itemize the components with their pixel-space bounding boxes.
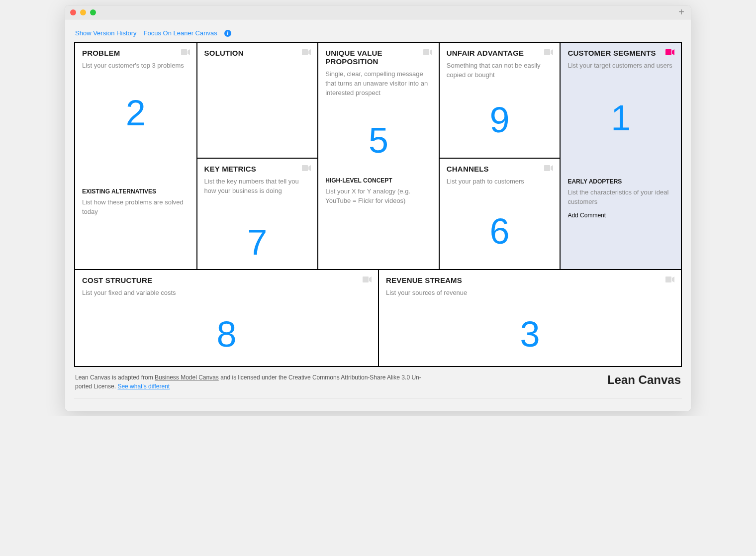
minimize-window-button[interactable] (80, 9, 86, 15)
titlebar: + (65, 5, 691, 19)
traffic-lights (70, 9, 96, 15)
show-version-history-link[interactable]: Show Version History (75, 29, 137, 37)
footer-text-1: Lean Canvas is adapted from (75, 374, 155, 381)
block-uvp[interactable]: UNIQUE VALUE PROPOSITION Single, clear, … (318, 43, 439, 269)
maximize-window-button[interactable] (90, 9, 96, 15)
sub-hint: List how these problems are solved today (82, 198, 189, 217)
block-channels[interactable]: CHANNELS List your path to customers 6 (440, 158, 560, 269)
business-model-canvas-link[interactable]: Business Model Canvas (155, 374, 219, 381)
block-hint: List your target customers and users (567, 61, 674, 71)
svg-rect-2 (302, 165, 308, 171)
col-cost: COST STRUCTURE List your fixed and varia… (75, 270, 378, 366)
block-title: CHANNELS (447, 165, 553, 173)
block-number: 5 (318, 122, 439, 158)
footer-divider (74, 398, 682, 398)
block-number: 9 (440, 102, 560, 138)
col-revenue: REVENUE STREAMS List your sources of rev… (378, 270, 681, 366)
block-hint: List the key numbers that tell you how y… (204, 177, 311, 196)
svg-rect-8 (665, 277, 671, 282)
block-title: PROBLEM (82, 49, 189, 57)
block-unfair-advantage[interactable]: UNFAIR ADVANTAGE Something that can not … (440, 43, 560, 158)
block-customer-segments[interactable]: CUSTOMER SEGMENTS List your target custo… (561, 43, 681, 269)
add-comment-link[interactable]: Add Comment (567, 212, 674, 219)
video-icon[interactable] (665, 49, 674, 55)
video-icon (302, 49, 311, 55)
block-revenue-streams[interactable]: REVENUE STREAMS List your sources of rev… (379, 270, 681, 366)
block-title: REVENUE STREAMS (386, 276, 674, 284)
block-hint: List your fixed and variable costs (82, 288, 371, 298)
app-window: + Show Version History Focus On Leaner C… (65, 5, 691, 411)
video-icon (423, 49, 432, 55)
svg-rect-6 (665, 49, 671, 55)
content-area: Show Version History Focus On Leaner Can… (65, 19, 691, 411)
col-unfair-channels: UNFAIR ADVANTAGE Something that can not … (439, 43, 560, 269)
block-number: 7 (197, 224, 318, 260)
col-solution-metrics: SOLUTION KEY METRICS List the key number… (196, 43, 318, 269)
video-icon (363, 277, 372, 282)
svg-rect-4 (544, 49, 550, 55)
toolbar: Show Version History Focus On Leaner Can… (74, 28, 682, 42)
block-number: 3 (379, 316, 681, 352)
sub-high-level-concept: HIGH-LEVEL CONCEPT List your X for Y ana… (325, 172, 432, 206)
block-hint: List your customer's top 3 problems (82, 61, 189, 71)
block-hint: Something that can not be easily copied … (447, 61, 553, 80)
video-icon (181, 49, 190, 55)
sub-hint: List your X for Y analogy (e.g. YouTube … (325, 187, 432, 206)
block-number: 1 (561, 100, 681, 136)
block-title: UNIQUE VALUE PROPOSITION (325, 49, 432, 66)
video-icon (665, 277, 674, 282)
block-hint: List your sources of revenue (386, 288, 674, 298)
block-title: KEY METRICS (204, 165, 311, 173)
footer-attribution: Lean Canvas is adapted from Business Mod… (75, 373, 423, 391)
block-problem[interactable]: PROBLEM List your customer's top 3 probl… (75, 43, 196, 269)
col-customer-segments: CUSTOMER SEGMENTS List your target custo… (560, 43, 681, 269)
video-icon (302, 165, 311, 171)
close-window-button[interactable] (70, 9, 76, 15)
block-title: COST STRUCTURE (82, 276, 371, 284)
info-icon[interactable]: i (224, 30, 231, 37)
col-uvp: UNIQUE VALUE PROPOSITION Single, clear, … (317, 43, 439, 269)
canvas-row-bottom: COST STRUCTURE List your fixed and varia… (75, 269, 681, 366)
video-icon (544, 165, 553, 171)
svg-rect-3 (423, 49, 429, 55)
svg-rect-0 (181, 49, 187, 55)
block-solution[interactable]: SOLUTION (197, 43, 318, 158)
sub-title: EXISTING ALTERNATIVES (82, 188, 189, 195)
add-tab-button[interactable]: + (677, 8, 686, 17)
block-number: 2 (75, 95, 196, 131)
focus-leaner-canvas-link[interactable]: Focus On Leaner Canvas (144, 29, 217, 37)
block-title: UNFAIR ADVANTAGE (447, 49, 553, 57)
block-title: CUSTOMER SEGMENTS (567, 49, 674, 57)
video-icon (544, 49, 553, 55)
svg-rect-5 (544, 165, 550, 171)
footer: Lean Canvas is adapted from Business Mod… (74, 367, 682, 391)
sub-title: EARLY ADOPTERS (567, 178, 674, 185)
see-whats-different-link[interactable]: See what's different (117, 383, 170, 390)
block-cost-structure[interactable]: COST STRUCTURE List your fixed and varia… (75, 270, 378, 366)
block-title: SOLUTION (204, 49, 311, 57)
sub-title: HIGH-LEVEL CONCEPT (325, 177, 432, 184)
brand-label: Lean Canvas (607, 373, 681, 387)
block-hint: Single, clear, compelling message that t… (325, 70, 432, 98)
sub-hint: List the characteristics of your ideal c… (567, 188, 674, 207)
block-key-metrics[interactable]: KEY METRICS List the key numbers that te… (197, 158, 318, 269)
plus-icon: + (678, 6, 684, 18)
sub-early-adopters: EARLY ADOPTERS List the characteristics … (567, 173, 674, 219)
block-hint: List your path to customers (447, 177, 553, 186)
sub-existing-alternatives: EXISTING ALTERNATIVES List how these pro… (82, 183, 189, 217)
canvas-row-top: PROBLEM List your customer's top 3 probl… (75, 43, 681, 269)
col-problem: PROBLEM List your customer's top 3 probl… (75, 43, 196, 269)
svg-rect-1 (302, 49, 308, 55)
lean-canvas: PROBLEM List your customer's top 3 probl… (74, 42, 682, 367)
svg-rect-7 (363, 277, 369, 282)
block-number: 8 (75, 316, 378, 352)
block-number: 6 (440, 213, 560, 249)
